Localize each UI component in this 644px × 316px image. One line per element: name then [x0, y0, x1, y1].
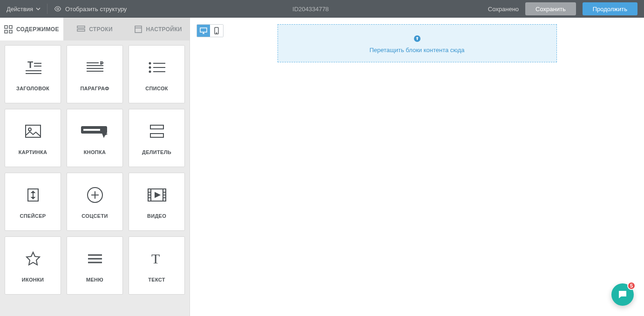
block-list-label: СПИСОК: [145, 86, 168, 91]
star-icon: [26, 249, 41, 269]
mobile-icon: [214, 27, 219, 34]
block-spacer-label: СПЕЙСЕР: [20, 213, 46, 219]
svg-rect-3: [5, 30, 7, 33]
canvas[interactable]: Перетащить блоки контента сюда: [190, 18, 644, 316]
sidebar: СОДЕРЖИМОЕ СТРОКИ НАСТРОЙКИ T ЗАГОЛОВОК: [0, 18, 190, 316]
block-divider-label: ДЕЛИТЕЛЬ: [142, 149, 171, 155]
block-paragraph[interactable]: ПАРАГРАФ: [67, 45, 123, 103]
content-icon: [4, 25, 13, 34]
viewport-desktop[interactable]: [197, 25, 210, 37]
dropzone-text: Перетащить блоки контента сюда: [283, 47, 552, 54]
menu-icon: [87, 249, 103, 269]
block-icons[interactable]: ИКОНКИ: [5, 236, 61, 295]
block-heading[interactable]: T ЗАГОЛОВОК: [5, 45, 61, 103]
block-social-label: СОЦСЕТИ: [81, 213, 108, 219]
main: СОДЕРЖИМОЕ СТРОКИ НАСТРОЙКИ T ЗАГОЛОВОК: [0, 18, 644, 316]
social-icon: [87, 185, 103, 205]
button-icon: [81, 121, 109, 141]
block-spacer[interactable]: СПЕЙСЕР: [5, 173, 61, 231]
block-image[interactable]: КАРТИНКА: [5, 109, 61, 167]
svg-point-25: [28, 128, 31, 131]
text-icon: T: [150, 249, 163, 269]
svg-text:T: T: [27, 61, 33, 70]
rows-icon: [77, 26, 85, 33]
block-menu[interactable]: МЕНЮ: [67, 236, 123, 295]
svg-rect-29: [150, 134, 163, 137]
svg-rect-47: [200, 28, 207, 32]
chat-icon: [617, 289, 628, 300]
chat-fab[interactable]: 5: [611, 283, 634, 306]
svg-point-22: [149, 71, 150, 72]
block-video-label: ВИДЕО: [147, 213, 166, 219]
chevron-down-icon: [36, 7, 41, 10]
topbar-left: Действия Отобразить структуру: [0, 0, 133, 18]
list-icon: [148, 58, 166, 77]
tab-settings-label: НАСТРОЙКИ: [146, 26, 182, 33]
block-button[interactable]: КНОПКА: [67, 109, 123, 167]
settings-icon: [134, 25, 142, 34]
svg-point-51: [216, 33, 217, 34]
block-video[interactable]: ВИДЕО: [129, 173, 185, 231]
blocks-pane[interactable]: T ЗАГОЛОВОК ПАРАГРАФ СПИСОК: [0, 40, 190, 316]
block-heading-label: ЗАГОЛОВОК: [16, 86, 49, 91]
show-structure-toggle[interactable]: Отобразить структуру: [47, 6, 133, 13]
svg-rect-27: [83, 129, 100, 131]
saved-status: Сохранено: [488, 6, 519, 13]
svg-rect-1: [5, 26, 7, 28]
tab-settings[interactable]: НАСТРОЙКИ: [126, 18, 190, 40]
svg-point-18: [149, 62, 150, 64]
save-button[interactable]: Сохранить: [525, 2, 576, 15]
eye-icon: [54, 6, 61, 12]
show-structure-label: Отобразить структуру: [65, 6, 127, 13]
divider-icon: [148, 121, 166, 141]
blocks-grid: T ЗАГОЛОВОК ПАРАГРАФ СПИСОК: [5, 45, 185, 295]
tab-rows[interactable]: СТРОКИ: [63, 18, 127, 40]
desktop-icon: [200, 27, 207, 34]
block-text-label: ТЕКСТ: [148, 277, 165, 282]
block-image-label: КАРТИНКА: [19, 149, 47, 155]
heading-icon: T: [23, 58, 43, 77]
actions-label: Действия: [7, 6, 33, 13]
document-id: ID204334778: [133, 6, 488, 13]
svg-rect-4: [9, 30, 12, 33]
viewport-toggle: [197, 24, 224, 37]
block-button-label: КНОПКА: [84, 149, 106, 155]
block-text[interactable]: T ТЕКСТ: [129, 236, 185, 295]
svg-rect-24: [26, 125, 41, 137]
block-social[interactable]: СОЦСЕТИ: [67, 173, 123, 231]
block-icons-label: ИКОНКИ: [22, 277, 44, 282]
svg-rect-7: [135, 26, 142, 33]
svg-point-20: [149, 67, 150, 68]
tab-content-label: СОДЕРЖИМОЕ: [16, 26, 59, 33]
dropzone[interactable]: Перетащить блоки контента сюда: [278, 24, 557, 62]
video-icon: [147, 185, 167, 205]
image-icon: [25, 121, 41, 141]
svg-rect-6: [77, 29, 85, 31]
spacer-icon: [27, 185, 39, 205]
viewport-mobile[interactable]: [210, 25, 223, 37]
svg-rect-2: [9, 26, 12, 28]
continue-button[interactable]: Продолжить: [583, 2, 637, 15]
upload-icon: [283, 35, 552, 44]
sidebar-tabs: СОДЕРЖИМОЕ СТРОКИ НАСТРОЙКИ: [0, 18, 190, 40]
block-menu-label: МЕНЮ: [86, 277, 103, 282]
svg-point-0: [57, 8, 59, 10]
tab-rows-label: СТРОКИ: [89, 26, 113, 33]
svg-rect-5: [77, 26, 85, 28]
svg-text:T: T: [151, 251, 160, 266]
block-divider[interactable]: ДЕЛИТЕЛЬ: [129, 109, 185, 167]
chat-badge: 5: [627, 282, 636, 290]
block-list[interactable]: СПИСОК: [129, 45, 185, 103]
tab-content[interactable]: СОДЕРЖИМОЕ: [0, 18, 63, 40]
svg-rect-28: [150, 125, 163, 129]
paragraph-icon: [85, 58, 105, 77]
block-paragraph-label: ПАРАГРАФ: [80, 86, 109, 91]
topbar: Действия Отобразить структуру ID20433477…: [0, 0, 644, 18]
topbar-right: Сохранено Сохранить Продолжить: [488, 2, 644, 15]
actions-dropdown[interactable]: Действия: [0, 0, 47, 18]
